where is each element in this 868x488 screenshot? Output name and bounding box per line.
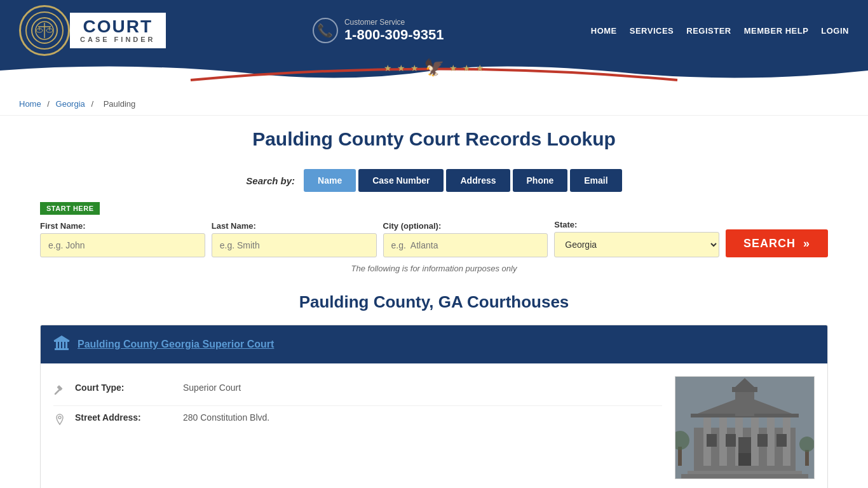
courthouse-image-bg (675, 377, 814, 478)
svg-marker-14 (53, 336, 70, 341)
svg-point-17 (58, 416, 61, 419)
phone-icon: 📞 (313, 18, 338, 43)
svg-rect-8 (55, 348, 69, 350)
court-type-value: Superior Court (183, 383, 241, 393)
last-name-input[interactable] (212, 233, 377, 257)
cs-info: Customer Service 1-800-309-9351 (344, 18, 444, 43)
court-type-row: Court Type: Superior Court (53, 376, 662, 406)
courthouse-icon (53, 334, 70, 355)
header-wave: ★ ★ ★ 🦅 ★ ★ ★ (0, 61, 868, 93)
search-by-label: Search by: (246, 175, 295, 186)
tab-name[interactable]: Name (304, 169, 356, 192)
nav-member-help[interactable]: MEMBER HELP (744, 26, 809, 36)
search-form-row: First Name: Last Name: City (optional): … (40, 220, 828, 257)
tab-case-number[interactable]: Case Number (358, 169, 444, 192)
courthouse-body: Court Type: Superior Court Street Addres… (41, 363, 827, 488)
customer-service: 📞 Customer Service 1-800-309-9351 (313, 18, 444, 43)
svg-rect-11 (59, 342, 61, 348)
logo-area: COURT CASE FINDER (19, 5, 166, 56)
svg-rect-9 (54, 341, 69, 342)
svg-rect-16 (57, 385, 62, 391)
search-button[interactable]: SEARCH » (726, 229, 828, 257)
cs-phone: 1-800-309-9351 (344, 27, 444, 43)
location-icon (53, 413, 69, 429)
street-address-label: Street Address: (75, 412, 177, 423)
logo-case-finder-text: CASE FINDER (80, 36, 156, 43)
nav-login[interactable]: LOGIN (821, 26, 849, 36)
state-select[interactable]: Georgia Alabama Florida Tennessee (554, 232, 719, 257)
breadcrumb-current: Paulding (104, 99, 136, 109)
page-title: Paulding County Court Records Lookup (40, 128, 828, 150)
first-name-input[interactable] (40, 233, 205, 257)
info-text: The following is for information purpose… (40, 264, 828, 273)
courthouse-card: Paulding County Georgia Superior Court C… (40, 325, 828, 488)
breadcrumb-home[interactable]: Home (19, 99, 41, 109)
court-type-label: Court Type: (75, 383, 177, 393)
breadcrumb-sep-1: / (47, 99, 51, 109)
courthouse-header: Paulding County Georgia Superior Court (41, 325, 827, 363)
svg-rect-12 (62, 342, 64, 348)
gavel-icon (53, 383, 69, 399)
nav-home[interactable]: HOME (591, 26, 617, 36)
courthouse-image (675, 376, 815, 479)
nav-register[interactable]: REGISTER (686, 26, 731, 36)
start-here-badge: START HERE (40, 202, 100, 215)
tab-email[interactable]: Email (570, 169, 621, 192)
eagle-decoration: ★ ★ ★ 🦅 ★ ★ ★ (384, 58, 484, 78)
city-input[interactable] (383, 233, 548, 257)
courthouse-name-link[interactable]: Paulding County Georgia Superior Court (78, 339, 274, 350)
logo-circle (19, 5, 70, 56)
site-header: COURT CASE FINDER 📞 Customer Service 1-8… (0, 0, 868, 93)
state-label: State: (554, 220, 719, 229)
state-group: State: Georgia Alabama Florida Tennessee (554, 220, 719, 257)
tab-phone[interactable]: Phone (513, 169, 568, 192)
main-nav: HOME SERVICES REGISTER MEMBER HELP LOGIN (591, 26, 849, 36)
main-content: Paulding County Court Records Lookup Sea… (21, 116, 847, 488)
first-name-label: First Name: (40, 221, 205, 231)
breadcrumb: Home / Georgia / Paulding (0, 93, 868, 116)
tab-address[interactable]: Address (446, 169, 510, 192)
logo-court-text: COURT (83, 18, 153, 36)
logo-icon (25, 11, 64, 50)
nav-services[interactable]: SERVICES (630, 26, 674, 36)
city-group: City (optional): (383, 221, 548, 257)
cs-label: Customer Service (344, 18, 444, 27)
street-address-row: Street Address: 280 Constitution Blvd. (53, 406, 662, 435)
breadcrumb-georgia[interactable]: Georgia (56, 99, 85, 109)
svg-rect-13 (65, 342, 67, 348)
first-name-group: First Name: (40, 221, 205, 257)
street-address-value: 280 Constitution Blvd. (183, 412, 269, 423)
logo-text: COURT CASE FINDER (70, 13, 166, 48)
svg-rect-43 (675, 377, 814, 478)
search-form: First Name: Last Name: City (optional): … (40, 220, 828, 257)
last-name-group: Last Name: (212, 221, 377, 257)
courthouse-info: Court Type: Superior Court Street Addres… (53, 376, 662, 479)
svg-rect-10 (56, 342, 58, 348)
last-name-label: Last Name: (212, 221, 377, 231)
search-by-row: Search by: Name Case Number Address Phon… (40, 169, 828, 192)
breadcrumb-sep-2: / (91, 99, 95, 109)
courthouses-title: Paulding County, GA Courthouses (40, 292, 828, 312)
city-label: City (optional): (383, 221, 548, 231)
